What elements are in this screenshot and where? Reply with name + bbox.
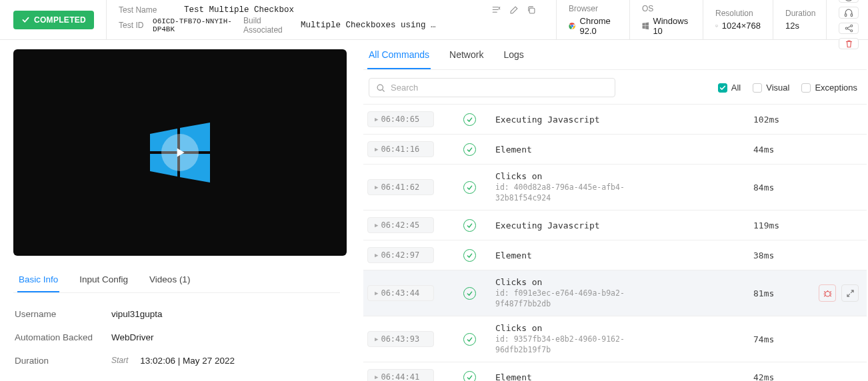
timestamp-pill[interactable]: ▶ 06:41:62 [367, 179, 434, 195]
browser-label: Browser [569, 4, 617, 13]
command-duration: 44ms [753, 145, 807, 155]
timestamp-pill[interactable]: ▶ 06:44:41 [367, 369, 434, 381]
info-button[interactable] [839, 0, 859, 3]
svg-rect-3 [715, 25, 717, 26]
timestamp-pill[interactable]: ▶ 06:40:65 [367, 111, 434, 127]
command-title: Executing Javascript [495, 220, 744, 230]
test-id: O6ICD-TFB7O-NNYIH-DP4BK [153, 17, 239, 33]
tab-network[interactable]: Network [448, 40, 485, 69]
share-button[interactable] [839, 23, 859, 34]
svg-point-11 [825, 291, 830, 296]
svg-rect-6 [851, 13, 852, 16]
browser-value: Chrome 92.0 [580, 16, 617, 36]
edit-icon[interactable] [509, 5, 519, 15]
success-icon [453, 143, 486, 156]
test-id-label: Test ID [119, 21, 149, 30]
command-title: Clicks on [495, 323, 744, 333]
basic-info-list: Username vipul31gupta Automation Backed … [13, 302, 340, 372]
test-name-label: Test Name [119, 5, 179, 15]
command-text: Element [491, 372, 748, 381]
command-title: Executing Javascript [495, 115, 744, 125]
command-subtitle: id: 400d82a8-796a-445e-afb4-32b81f54c924 [495, 183, 629, 203]
command-row[interactable]: ▶ 06:43:93Clicks onid: 9357fb34-e8b2-496… [363, 316, 867, 362]
command-row[interactable]: ▶ 06:42:97Element38ms [363, 240, 867, 270]
command-row[interactable]: ▶ 06:43:44Clicks onid: f091e3ec-e764-469… [363, 270, 867, 316]
command-text: Clicks onid: f091e3ec-e764-469a-b9a2-9f4… [491, 277, 748, 309]
command-duration: 84ms [753, 183, 807, 192]
tab-input-config[interactable]: Input Config [78, 268, 129, 292]
command-title: Clicks on [495, 171, 744, 181]
top-bar: COMPLETED Test Name Test Multiple Checkb… [0, 0, 868, 40]
check-visual[interactable]: Visual [753, 83, 789, 93]
status-badge: COMPLETED [13, 11, 94, 29]
check-icon [21, 15, 30, 24]
tab-videos[interactable]: Videos (1) [148, 268, 191, 292]
copy-icon[interactable] [527, 5, 536, 15]
success-icon [453, 181, 486, 194]
command-row[interactable]: ▶ 06:44:41Element42ms [363, 362, 867, 381]
svg-point-4 [845, 0, 853, 1]
bug-button[interactable] [819, 284, 836, 302]
svg-point-2 [571, 24, 573, 27]
command-list[interactable]: ▶ 06:40:65Executing Javascript102ms▶ 06:… [363, 104, 867, 381]
command-text: Executing Javascript [491, 220, 748, 230]
timestamp-pill[interactable]: ▶ 06:43:93 [367, 331, 434, 347]
svg-point-7 [845, 27, 847, 29]
duration-label: Duration [785, 9, 814, 18]
play-button[interactable] [161, 134, 199, 171]
command-text: Element [491, 145, 748, 155]
build-value[interactable]: Multiple Checkboxes using Se… [301, 21, 441, 30]
row-username: Username vipul31gupta [13, 302, 340, 326]
tab-basic-info[interactable]: Basic Info [17, 268, 59, 292]
command-duration: 74ms [753, 334, 807, 344]
command-row[interactable]: ▶ 06:41:62Clicks onid: 400d82a8-796a-445… [363, 164, 867, 210]
tab-all-commands[interactable]: All Commands [367, 40, 431, 69]
search-input[interactable] [391, 83, 608, 93]
command-text: Executing Javascript [491, 115, 748, 125]
timestamp-pill[interactable]: ▶ 06:41:16 [367, 141, 434, 157]
queue-icon[interactable] [491, 5, 501, 15]
status-label: COMPLETED [34, 15, 86, 25]
timestamp-pill[interactable]: ▶ 06:42:45 [367, 217, 434, 233]
svg-rect-0 [529, 8, 535, 13]
headset-button[interactable] [839, 7, 859, 19]
timestamp-pill[interactable]: ▶ 06:42:97 [367, 247, 434, 263]
play-overlay[interactable] [13, 49, 347, 256]
command-subtitle: id: f091e3ec-e764-469a-b9a2-9f487f7bb2db [495, 288, 629, 309]
success-icon [453, 371, 486, 381]
check-all[interactable]: All [718, 83, 741, 93]
svg-point-8 [850, 25, 852, 27]
build-label: Build Associated [243, 16, 297, 35]
chrome-icon [569, 21, 576, 31]
success-icon [453, 219, 486, 232]
success-icon [453, 113, 486, 126]
resolution-label: Resolution [715, 9, 761, 18]
command-duration: 38ms [753, 250, 807, 260]
command-text: Clicks onid: 400d82a8-796a-445e-afb4-32b… [491, 171, 748, 203]
test-name: Test Multiple Checkbox [184, 5, 294, 15]
timestamp-pill[interactable]: ▶ 06:43:44 [367, 285, 434, 301]
monitor-icon [715, 21, 718, 31]
os-value: Windows 10 [653, 16, 691, 36]
expand-button[interactable] [841, 284, 859, 302]
os-label: OS [642, 4, 691, 13]
command-duration: 42ms [753, 372, 807, 381]
command-row[interactable]: ▶ 06:42:45Executing Javascript119ms [363, 210, 867, 240]
command-row[interactable]: ▶ 06:41:16Element44ms [363, 134, 867, 164]
command-row[interactable]: ▶ 06:40:65Executing Javascript102ms [363, 104, 867, 134]
row-automation: Automation Backed WebDriver [13, 326, 340, 349]
search-box[interactable] [369, 78, 615, 97]
row-duration: Duration Start 13:02:06 | May 27 2022 [13, 349, 340, 372]
check-exceptions[interactable]: Exceptions [801, 83, 857, 93]
command-title: Clicks on [495, 277, 744, 287]
command-text: Clicks onid: 9357fb34-e8b2-4960-9162-96d… [491, 323, 748, 355]
svg-point-10 [377, 85, 383, 90]
filter-row: All Visual Exceptions [363, 70, 867, 104]
left-pane: Basic Info Input Config Videos (1) Usern… [0, 40, 357, 381]
command-duration: 119ms [753, 220, 807, 230]
success-icon [453, 333, 486, 346]
command-title: Element [495, 145, 744, 155]
video-player[interactable] [13, 49, 347, 256]
tab-logs[interactable]: Logs [502, 40, 525, 69]
content: Basic Info Input Config Videos (1) Usern… [0, 40, 868, 381]
